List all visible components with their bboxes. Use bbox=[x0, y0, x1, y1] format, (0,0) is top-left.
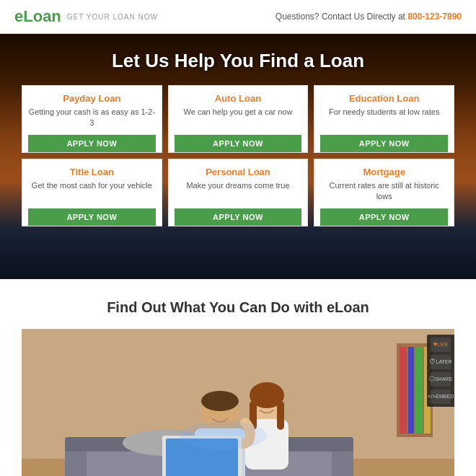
card-mortgage-desc: Current rates are still at historic lows bbox=[320, 180, 448, 203]
section-title: Find Out What You Can Do with eLoan bbox=[0, 299, 476, 316]
apply-auto-button[interactable]: APPLY NOW bbox=[175, 135, 302, 152]
widget-embed-icon[interactable]: </>EMBED bbox=[431, 389, 451, 404]
logo: eLoan bbox=[14, 7, 61, 26]
card-personal-desc: Make your dreams come true bbox=[186, 180, 289, 203]
apply-title-button[interactable]: APPLY NOW bbox=[28, 208, 156, 226]
card-personal-title: Personal Loan bbox=[206, 167, 270, 177]
apply-mortgage-button[interactable]: APPLY NOW bbox=[320, 208, 448, 226]
card-mortgage-title: Mortgage bbox=[363, 167, 405, 177]
hero-section: Let Us Help You Find a Loan Payday Loan … bbox=[0, 34, 476, 279]
video-side-widget: ♥LIKE ⏱LATER ⬡SHARE </>EMBED bbox=[427, 335, 454, 407]
card-personal: Personal Loan Make your dreams come true… bbox=[168, 159, 309, 226]
card-education-title: Education Loan bbox=[349, 93, 420, 104]
card-mortgage: Mortgage Current rates are still at hist… bbox=[314, 159, 454, 226]
card-title: Title Loan Get the most cash for your ve… bbox=[22, 159, 162, 226]
video-thumbnail bbox=[22, 329, 454, 476]
card-title-title: Title Loan bbox=[70, 167, 114, 177]
apply-education-button[interactable]: APPLY NOW bbox=[320, 135, 448, 152]
card-payday-desc: Getting your cash is as easy as 1-2-3 bbox=[28, 107, 156, 129]
widget-later-icon[interactable]: ⏱LATER bbox=[431, 355, 451, 369]
widget-like-icon[interactable]: ♥LIKE bbox=[431, 338, 451, 352]
header-contact: Questions? Contact Us Directly at 800-12… bbox=[276, 12, 462, 22]
svg-point-22 bbox=[180, 421, 267, 450]
card-title-desc: Get the most cash for your vehicle bbox=[32, 180, 152, 203]
page-header: eLoan GET YOUR LOAN NOW Questions? Conta… bbox=[0, 0, 476, 34]
card-payday: Payday Loan Getting your cash is as easy… bbox=[22, 85, 162, 153]
svg-rect-9 bbox=[415, 347, 423, 433]
contact-phone[interactable]: 800-123-7890 bbox=[407, 12, 462, 22]
apply-payday-button[interactable]: APPLY NOW bbox=[28, 135, 156, 152]
card-payday-title: Payday Loan bbox=[63, 93, 120, 104]
svg-rect-16 bbox=[277, 401, 284, 430]
card-auto-desc: We can help you get a car now bbox=[184, 107, 293, 129]
video-scene-svg bbox=[22, 329, 454, 476]
svg-point-18 bbox=[201, 391, 239, 411]
logo-tagline: GET YOUR LOAN NOW bbox=[67, 13, 158, 21]
apply-personal-button[interactable]: APPLY NOW bbox=[175, 208, 302, 226]
video-container: ♥LIKE ⏱LATER ⬡SHARE </>EMBED HD ⛶ bbox=[22, 329, 454, 476]
svg-rect-7 bbox=[400, 347, 407, 433]
widget-share-icon[interactable]: ⬡SHARE bbox=[431, 372, 451, 387]
card-auto: Auto Loan We can help you get a car now … bbox=[168, 85, 309, 153]
card-education-desc: For needy students at low rates bbox=[329, 107, 439, 129]
contact-prefix: Questions? Contact Us Directly at bbox=[276, 12, 405, 22]
hero-title: Let Us Help You Find a Loan bbox=[112, 50, 364, 72]
logo-container: eLoan GET YOUR LOAN NOW bbox=[14, 7, 158, 26]
svg-rect-8 bbox=[408, 347, 414, 433]
card-education: Education Loan For needy students at low… bbox=[314, 85, 454, 153]
card-auto-title: Auto Loan bbox=[215, 93, 261, 104]
loan-cards-grid: Payday Loan Getting your cash is as easy… bbox=[0, 85, 476, 226]
